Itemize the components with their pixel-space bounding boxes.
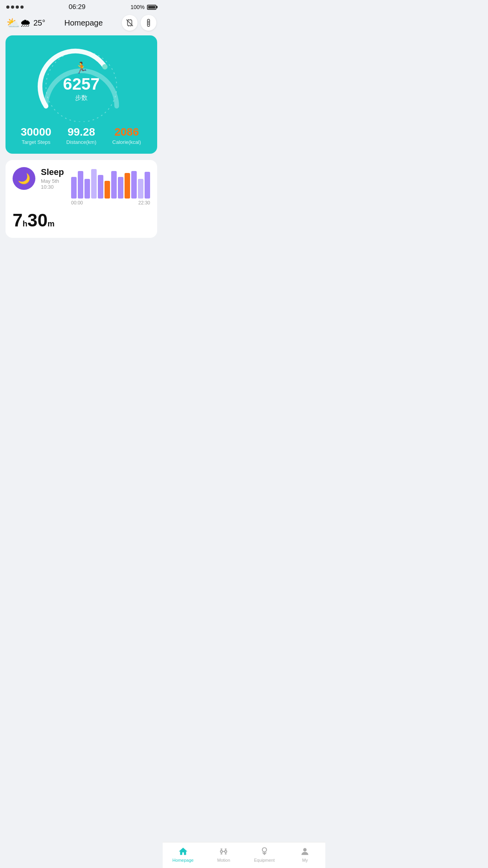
calorie-label: Calorie(kcal) <box>104 139 149 145</box>
tracker-device-button[interactable] <box>141 15 156 31</box>
target-steps-value: 30000 <box>13 126 59 138</box>
target-steps-stat: 30000 Target Steps <box>13 126 59 145</box>
battery-icon <box>147 5 156 10</box>
steps-count: 6257 <box>63 76 99 92</box>
status-right: 100% <box>130 4 156 10</box>
sleep-card: 🌙 Sleep May 5th 10:30 00:00 22:30 7h30m <box>6 160 157 238</box>
sleep-bar <box>91 169 97 199</box>
battery-percentage: 100% <box>130 4 145 10</box>
status-bar: 06:29 100% <box>0 0 163 13</box>
sleep-hours: 7 <box>13 210 23 230</box>
sleep-bar <box>71 177 77 199</box>
battery-fill <box>148 6 155 9</box>
signal-dot-1 <box>6 6 9 9</box>
watch-slash-icon <box>125 18 134 27</box>
chart-start-label: 00:00 <box>71 200 83 206</box>
sleep-bar <box>84 179 90 199</box>
sleep-bar <box>78 171 83 199</box>
target-steps-label: Target Steps <box>13 139 59 145</box>
sleep-bar <box>138 179 143 199</box>
calorie-stat: 2086 Calorie(kcal) <box>104 126 149 145</box>
sleep-info: Sleep May 5th 10:30 <box>41 167 66 190</box>
signal-dot-4 <box>20 6 24 9</box>
steps-unit-label: 步数 <box>63 94 99 102</box>
page-title: Homepage <box>64 18 103 28</box>
header-action-icons <box>122 15 156 31</box>
sleep-chart-labels: 00:00 22:30 <box>71 200 150 206</box>
calorie-value: 2086 <box>104 126 149 138</box>
sleep-bar <box>118 177 123 199</box>
status-time: 06:29 <box>69 3 86 11</box>
sleep-hours-unit: h <box>23 219 28 228</box>
weather-temperature: 25° <box>33 18 45 28</box>
svg-point-11 <box>102 64 108 70</box>
steps-center: 🏃 6257 步数 <box>63 61 99 102</box>
sleep-bar <box>111 171 117 199</box>
signal-dot-3 <box>16 6 19 9</box>
disconnect-watch-button[interactable] <box>122 15 138 31</box>
distance-label: Distance(km) <box>59 139 104 145</box>
sleep-minutes-unit: m <box>48 219 55 228</box>
steps-stats: 30000 Target Steps 99.28 Distance(km) 20… <box>13 126 149 145</box>
weather-icon: ⛅🌧 <box>6 17 31 29</box>
app-container: 06:29 100% ⛅🌧 25° Homepage <box>0 0 163 289</box>
sleep-bar <box>98 175 103 199</box>
distance-value: 99.28 <box>59 126 104 138</box>
sleep-minutes: 30 <box>28 210 48 230</box>
main-content: 🏃 6257 步数 30000 Target Steps 99.28 Dista… <box>0 35 163 238</box>
app-header: ⛅🌧 25° Homepage <box>0 13 163 35</box>
steps-card: 🏃 6257 步数 30000 Target Steps 99.28 Dista… <box>6 35 157 154</box>
sleep-date: May 5th 10:30 <box>41 178 66 190</box>
sleep-bar <box>125 173 130 199</box>
signal-dot-2 <box>11 6 14 9</box>
tracker-icon <box>144 18 153 27</box>
distance-stat: 99.28 Distance(km) <box>59 126 104 145</box>
signal-dots <box>6 6 24 9</box>
sleep-chart <box>71 167 150 199</box>
sleep-bar <box>105 181 110 199</box>
sleep-bar <box>145 172 150 199</box>
sleep-duration-display: 7h30m <box>13 210 150 231</box>
moon-icon: 🌙 <box>18 173 30 185</box>
chart-end-label: 22:30 <box>138 200 150 206</box>
sleep-icon-circle: 🌙 <box>13 167 35 190</box>
running-icon: 🏃 <box>63 61 99 74</box>
sleep-bar <box>131 171 137 199</box>
weather-widget: ⛅🌧 25° <box>6 17 45 29</box>
gauge-container: 🏃 6257 步数 <box>34 43 128 122</box>
sleep-chart-right: 00:00 22:30 <box>71 167 150 206</box>
sleep-title: Sleep <box>41 167 66 177</box>
